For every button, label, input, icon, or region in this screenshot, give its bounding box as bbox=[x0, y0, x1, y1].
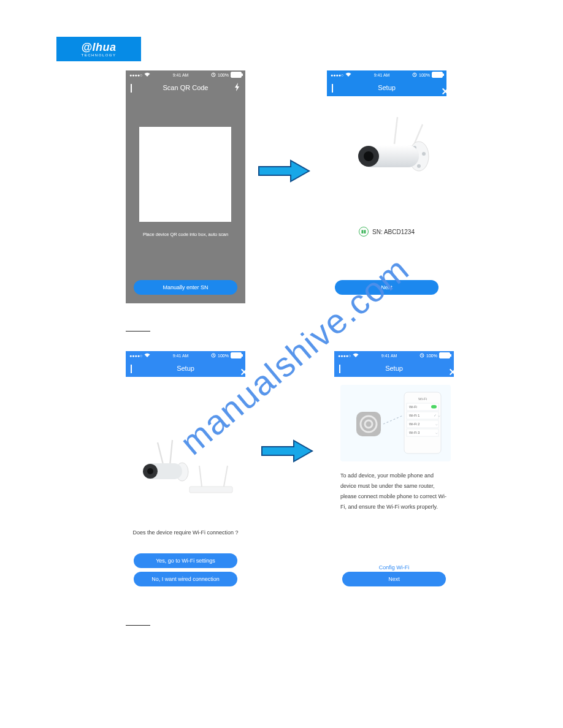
status-time: 9:41 AM bbox=[374, 73, 390, 77]
signal-dots: ●●●●○ bbox=[129, 73, 142, 77]
nav-bar: Setup bbox=[126, 360, 245, 377]
chevron-left-icon bbox=[131, 84, 132, 93]
battery-pct: 100% bbox=[426, 354, 437, 358]
svg-rect-19 bbox=[190, 487, 232, 493]
sn-row: ▮▮ SN: ABCD1234 bbox=[327, 227, 446, 237]
next-button[interactable]: Next bbox=[342, 572, 446, 586]
battery-icon bbox=[439, 352, 450, 358]
battery-icon bbox=[231, 72, 242, 78]
screen-title: Setup bbox=[378, 84, 396, 91]
scan-hint: Place device QR code into box, auto scan bbox=[126, 232, 245, 237]
brand-tagline: TECHNOLOGY bbox=[81, 53, 116, 57]
alarm-icon bbox=[419, 353, 424, 358]
back-button[interactable] bbox=[131, 84, 132, 91]
nav-bar: Scan QR Code bbox=[126, 79, 245, 96]
flow-arrow bbox=[261, 438, 313, 464]
status-bar: ●●●●○ 9:41 AM 100% bbox=[126, 70, 245, 79]
status-bar: ●●●●○ 9:41 AM 100% bbox=[327, 70, 446, 79]
battery-icon bbox=[432, 72, 443, 78]
battery-pct: 100% bbox=[218, 73, 229, 77]
qr-scan-viewport bbox=[139, 127, 231, 222]
signal-dots: ●●●●○ bbox=[338, 354, 351, 358]
sn-label: SN: ABCD1234 bbox=[372, 229, 415, 235]
svg-point-11 bbox=[364, 151, 373, 161]
chevron-left-icon bbox=[131, 365, 132, 373]
screen-title: Setup bbox=[385, 365, 403, 372]
svg-line-14 bbox=[170, 440, 172, 466]
wifi-icon bbox=[144, 72, 150, 77]
nav-bar: Setup bbox=[327, 79, 446, 96]
wifi-heading: Wi-Fi bbox=[418, 397, 427, 401]
device-image bbox=[134, 428, 239, 504]
button-label: Next bbox=[388, 576, 400, 582]
flow-arrow bbox=[258, 158, 310, 184]
config-wifi-link[interactable]: Config Wi-Fi bbox=[334, 564, 454, 571]
svg-text:⌵: ⌵ bbox=[435, 422, 438, 426]
chevron-left-icon bbox=[332, 84, 333, 93]
wifi-question: Does the device require Wi-Fi connection… bbox=[126, 529, 245, 536]
manually-enter-sn-button[interactable]: Manually enter SN bbox=[134, 280, 237, 295]
svg-line-26 bbox=[383, 415, 403, 424]
screen-setup-sn: ●●●●○ 9:41 AM 100% Setup ▮▮ SN: ABCD1234 bbox=[327, 70, 446, 303]
status-time: 9:41 AM bbox=[381, 354, 397, 358]
barcode-icon: ▮▮ bbox=[359, 227, 369, 237]
button-label: Yes, go to Wi-Fi settings bbox=[156, 558, 215, 564]
svg-text:✓ ⌵: ✓ ⌵ bbox=[434, 414, 440, 417]
svg-point-6 bbox=[422, 152, 426, 156]
screen-config-wifi: ●●●●○ 9:41 AM 100% Setup Wi-Fi Wi-Fi Wi-… bbox=[334, 351, 454, 597]
watermark: manualshive.com bbox=[53, 114, 537, 597]
svg-text:Wi-Fi 3: Wi-Fi 3 bbox=[409, 431, 419, 434]
separator-line bbox=[126, 625, 150, 626]
wifi-icon bbox=[144, 353, 150, 358]
status-bar: ●●●●○ 9:41 AM 100% bbox=[334, 351, 454, 360]
screen-wifi-question: ●●●●○ 9:41 AM 100% Setup Does the device… bbox=[126, 351, 245, 597]
svg-text:Wi-Fi 2: Wi-Fi 2 bbox=[409, 422, 419, 426]
svg-line-2 bbox=[394, 117, 397, 144]
svg-text:⌵: ⌵ bbox=[435, 431, 438, 434]
button-label: No, I want wired connection bbox=[151, 576, 220, 582]
flash-button[interactable] bbox=[234, 83, 240, 93]
alarm-icon bbox=[211, 353, 216, 358]
no-wired-button[interactable]: No, I want wired connection bbox=[134, 572, 237, 586]
status-bar: ●●●●○ 9:41 AM 100% bbox=[126, 351, 245, 360]
screen-title: Setup bbox=[177, 365, 194, 372]
back-button[interactable] bbox=[332, 84, 333, 91]
battery-pct: 100% bbox=[218, 354, 229, 358]
brand-name: @lhua bbox=[81, 41, 116, 54]
link-label: Config Wi-Fi bbox=[379, 564, 410, 571]
signal-dots: ●●●●○ bbox=[129, 354, 142, 358]
back-button[interactable] bbox=[339, 365, 340, 372]
alarm-icon bbox=[211, 72, 216, 77]
separator-line bbox=[126, 331, 150, 332]
battery-pct: 100% bbox=[419, 73, 430, 77]
battery-icon bbox=[231, 352, 242, 358]
next-button[interactable]: Next bbox=[335, 280, 439, 295]
screen-scan-qr: ●●●●○ 9:41 AM 100% Scan QR Code Place de… bbox=[126, 70, 245, 303]
button-label: Manually enter SN bbox=[163, 284, 208, 290]
alarm-icon bbox=[412, 72, 417, 77]
signal-dots: ●●●●○ bbox=[331, 73, 343, 77]
back-button[interactable] bbox=[131, 365, 132, 372]
product-image bbox=[339, 113, 434, 193]
button-label: Next bbox=[381, 284, 393, 290]
svg-point-7 bbox=[417, 164, 421, 168]
wifi-icon bbox=[345, 72, 351, 77]
yes-wifi-button[interactable]: Yes, go to Wi-Fi settings bbox=[134, 553, 237, 568]
chevron-left-icon bbox=[339, 365, 340, 373]
svg-text:Wi-Fi: Wi-Fi bbox=[409, 405, 417, 409]
svg-rect-30 bbox=[431, 405, 437, 409]
svg-line-20 bbox=[199, 466, 202, 487]
svg-line-21 bbox=[224, 466, 228, 487]
status-time: 9:41 AM bbox=[173, 73, 189, 77]
wifi-illustration: Wi-Fi Wi-Fi Wi-Fi 1✓ ⌵ Wi-Fi 2⌵ Wi-Fi 3⌵ bbox=[340, 385, 451, 461]
brand-logo: @lhua TECHNOLOGY bbox=[56, 37, 141, 61]
svg-text:Wi-Fi 1: Wi-Fi 1 bbox=[409, 414, 419, 417]
status-time: 9:41 AM bbox=[173, 354, 189, 358]
wifi-icon bbox=[353, 353, 359, 358]
svg-point-18 bbox=[147, 468, 153, 474]
nav-bar: Setup bbox=[334, 360, 454, 377]
flash-icon bbox=[234, 83, 240, 91]
screen-title: Scan QR Code bbox=[163, 84, 209, 91]
wifi-description: To add device, your mobile phone and dev… bbox=[340, 471, 448, 512]
